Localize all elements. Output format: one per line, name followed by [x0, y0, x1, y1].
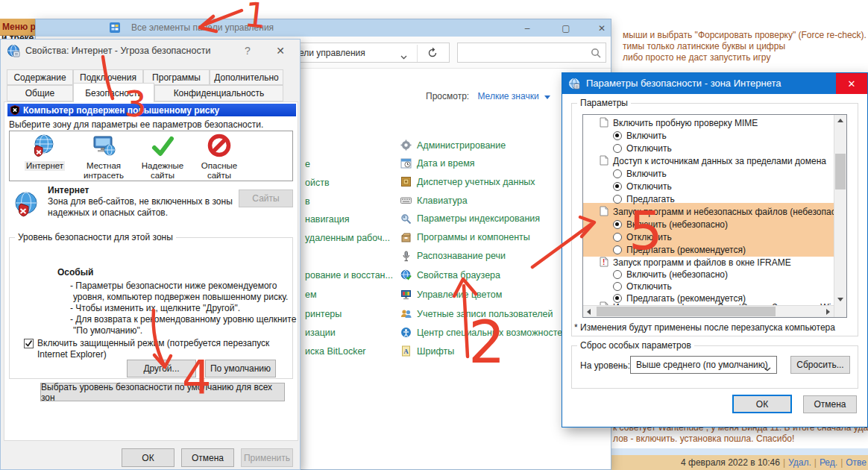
radio-option[interactable]: [613, 270, 622, 279]
search-icon[interactable]: [591, 48, 602, 61]
tab-security[interactable]: Безопасность: [73, 83, 154, 102]
radio-option-label[interactable]: Включить (небезопасно): [626, 269, 728, 280]
settings-listbox[interactable]: Включить пробную проверку MIME Включить …: [582, 114, 847, 318]
cp-left-item[interactable]: иска BitLocker: [305, 346, 366, 357]
default-level-button[interactable]: По умолчанию: [205, 360, 276, 377]
reset-level-dropdown[interactable]: Выше среднего (по умолчанию): [630, 356, 777, 374]
scroll-up-arrow[interactable]: [837, 119, 843, 122]
cp-left-item[interactable]: навигация: [305, 214, 350, 225]
reset-all-zones-button[interactable]: Выбрать уровень безопасности по умолчани…: [40, 383, 285, 401]
cp-item-indexing-options[interactable]: Параметры индексирования: [417, 213, 540, 224]
scrollbar-thumb[interactable]: [597, 307, 776, 316]
view-mode-link[interactable]: Мелкие значки: [477, 91, 538, 101]
zone-trusted[interactable]: Надежные сайты: [134, 134, 191, 181]
horizontal-scrollbar[interactable]: [583, 305, 834, 317]
refresh-icon[interactable]: [427, 47, 438, 61]
cp-titlebar[interactable]: Все элементы панели управления – ▢ ✕: [36, 19, 611, 37]
radio-option-label[interactable]: Предлагать: [626, 194, 675, 204]
cp-item-speech-recognition[interactable]: Распознавание речи: [417, 251, 506, 261]
apply-button[interactable]: Применить: [241, 448, 293, 467]
radio-option-label[interactable]: Отключить: [626, 143, 672, 154]
close-button[interactable]: ✕: [836, 73, 867, 94]
cancel-button[interactable]: Отмена: [803, 395, 857, 413]
radio-option[interactable]: [613, 220, 622, 229]
zone-intranet[interactable]: Местная интрасеть: [75, 134, 132, 181]
cancel-button[interactable]: Отмена: [181, 448, 234, 467]
ok-button[interactable]: ОК: [122, 448, 174, 467]
chevron-down-icon[interactable]: [400, 51, 407, 62]
cp-left-item[interactable]: в: [305, 196, 310, 207]
radio-option-label[interactable]: Отключить: [626, 232, 672, 242]
zone-label2[interactable]: сайты: [191, 171, 248, 181]
tab-advanced[interactable]: Дополнительно: [210, 69, 283, 85]
cp-item-date-time[interactable]: Дата и время: [417, 158, 475, 169]
help-button[interactable]: ?: [239, 43, 256, 58]
maximize-button[interactable]: ▢: [558, 21, 574, 36]
cp-item-browser-properties[interactable]: Свойства браузера: [417, 270, 500, 281]
minimize-button[interactable]: –: [519, 21, 535, 36]
chevron-down-icon[interactable]: [764, 363, 771, 374]
scroll-right-arrow[interactable]: [826, 309, 830, 315]
custom-level-button[interactable]: Другой...: [127, 360, 196, 377]
cp-item-ease-of-access[interactable]: Центр специальных возможностей: [417, 328, 567, 338]
cp-item-color-management[interactable]: Управление цветом: [417, 289, 502, 300]
vertical-scrollbar[interactable]: [834, 115, 846, 317]
cp-item-programs-features[interactable]: Программы и компоненты: [417, 232, 530, 242]
close-button[interactable]: ✕: [594, 21, 610, 36]
scroll-down-arrow[interactable]: [837, 298, 843, 301]
radio-option[interactable]: [613, 144, 622, 153]
protected-mode-checkbox[interactable]: [24, 339, 34, 348]
address-text[interactable]: ели управления: [299, 48, 365, 58]
radio-option-label[interactable]: Предлагать (рекомендуется): [626, 245, 746, 255]
radio-option-label[interactable]: Включить (небезопасно): [626, 219, 728, 230]
radio-option-label[interactable]: Отключить: [626, 281, 672, 292]
radio-option[interactable]: [613, 169, 622, 178]
cp-item-administration[interactable]: Администрирование: [417, 140, 506, 151]
close-button[interactable]: ✕: [272, 43, 289, 58]
radio-option[interactable]: [613, 282, 622, 291]
radio-option[interactable]: [613, 131, 622, 140]
zone-label[interactable]: Местная: [75, 161, 132, 171]
view-dropdown-icon[interactable]: [544, 95, 550, 99]
tab-content[interactable]: Содержание: [7, 69, 73, 85]
radio-option[interactable]: [613, 182, 622, 191]
radio-option[interactable]: [613, 195, 622, 204]
cp-item-credential-manager[interactable]: Диспетчер учетных данных: [417, 177, 535, 187]
cp-item-fonts[interactable]: Шрифты: [417, 346, 454, 357]
sites-button[interactable]: Сайты: [239, 189, 293, 207]
cp-left-item[interactable]: ем: [305, 289, 317, 300]
zone-internet[interactable]: Интернет: [16, 134, 73, 171]
cp-left-item[interactable]: изации: [305, 328, 336, 338]
zone-restricted[interactable]: Опасные сайты: [191, 134, 248, 181]
scrollbar-thumb[interactable]: [835, 154, 846, 189]
address-bar[interactable]: ели управления: [289, 43, 450, 63]
zone-label[interactable]: Опасные: [191, 161, 248, 171]
cp-left-item[interactable]: ойств: [305, 178, 330, 188]
radio-option-label[interactable]: Включить: [626, 169, 667, 179]
cp-item-user-accounts[interactable]: Учетные записи пользователей: [417, 309, 553, 319]
radio-option-label[interactable]: Включить: [626, 131, 667, 141]
protected-mode-label-2[interactable]: Internet Explorer): [37, 349, 107, 360]
cp-left-item[interactable]: ринтеры: [305, 309, 342, 319]
edit-link[interactable]: Ред.: [820, 457, 837, 468]
delete-link[interactable]: Удал.: [788, 457, 811, 468]
reply-link[interactable]: Отве: [846, 457, 867, 468]
cp-left-item[interactable]: удаленным рабоч...: [305, 233, 390, 243]
tab-general[interactable]: Общие: [7, 85, 73, 101]
zone-label[interactable]: Надежные: [134, 161, 191, 171]
zone-label2[interactable]: интрасеть: [75, 171, 132, 181]
search-box[interactable]: [457, 43, 606, 63]
radio-option[interactable]: [613, 233, 622, 242]
zone-label2[interactable]: сайты: [134, 171, 191, 181]
cp-item-keyboard[interactable]: Клавиатура: [417, 195, 468, 206]
radio-option[interactable]: [613, 245, 622, 254]
ok-button[interactable]: ОК: [732, 395, 792, 413]
reset-button[interactable]: Сбросить...: [790, 356, 850, 374]
tab-privacy[interactable]: Конфиденциальность: [154, 85, 283, 101]
protected-mode-label-1[interactable]: Включить защищенный режим (потребуется п…: [37, 338, 269, 348]
zone-label[interactable]: Интернет: [25, 161, 65, 171]
scroll-left-arrow[interactable]: [587, 309, 591, 315]
cp-left-item[interactable]: е: [305, 159, 310, 169]
cp-left-item[interactable]: рование и восстан...: [305, 270, 393, 281]
radio-option-label[interactable]: Отключить: [626, 181, 672, 192]
